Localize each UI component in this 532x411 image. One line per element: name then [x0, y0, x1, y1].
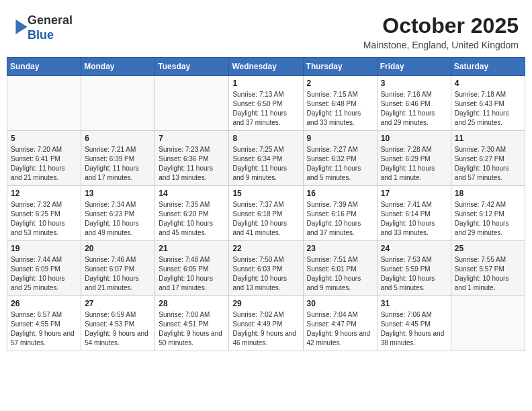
day-info: Sunrise: 7:39 AMSunset: 6:16 PMDaylight:… — [307, 200, 373, 238]
day-number: 13 — [85, 189, 151, 198]
day-info: Sunrise: 7:16 AMSunset: 6:46 PMDaylight:… — [381, 90, 447, 128]
day-info: Sunrise: 7:30 AMSunset: 6:27 PMDaylight:… — [455, 145, 521, 183]
day-number: 11 — [455, 134, 521, 143]
calendar-cell: 7Sunrise: 7:23 AMSunset: 6:36 PMDaylight… — [155, 131, 229, 186]
calendar-cell: 14Sunrise: 7:35 AMSunset: 6:20 PMDayligh… — [155, 186, 229, 241]
calendar-cell: 31Sunrise: 7:06 AMSunset: 4:45 PMDayligh… — [377, 296, 451, 351]
day-number: 21 — [159, 244, 225, 253]
day-number: 25 — [455, 244, 521, 253]
day-number: 3 — [381, 79, 447, 88]
calendar-cell: 27Sunrise: 6:59 AMSunset: 4:53 PMDayligh… — [81, 296, 155, 351]
title-area: October 2025 Mainstone, England, United … — [363, 13, 519, 50]
calendar-cell — [155, 76, 229, 131]
day-number: 9 — [307, 134, 373, 143]
calendar-cell: 18Sunrise: 7:42 AMSunset: 6:12 PMDayligh… — [451, 186, 525, 241]
logo-general: General — [28, 13, 73, 27]
day-number: 17 — [381, 189, 447, 198]
weekday-header-thursday: Thursday — [303, 58, 377, 76]
day-number: 24 — [381, 244, 447, 253]
day-info: Sunrise: 7:18 AMSunset: 6:43 PMDaylight:… — [455, 90, 521, 128]
svg-marker-0 — [15, 19, 27, 34]
calendar-cell: 13Sunrise: 7:34 AMSunset: 6:23 PMDayligh… — [81, 186, 155, 241]
day-info: Sunrise: 7:00 AMSunset: 4:51 PMDaylight:… — [159, 310, 225, 348]
logo-icon — [15, 19, 28, 34]
week-row-4: 19Sunrise: 7:44 AMSunset: 6:09 PMDayligh… — [7, 241, 525, 296]
calendar-cell — [451, 296, 525, 351]
calendar-cell: 20Sunrise: 7:46 AMSunset: 6:07 PMDayligh… — [81, 241, 155, 296]
calendar-cell: 22Sunrise: 7:50 AMSunset: 6:03 PMDayligh… — [229, 241, 303, 296]
calendar-cell: 11Sunrise: 7:30 AMSunset: 6:27 PMDayligh… — [451, 131, 525, 186]
day-number: 4 — [455, 79, 521, 88]
day-info: Sunrise: 7:13 AMSunset: 6:50 PMDaylight:… — [232, 90, 299, 128]
logo: General Blue — [13, 13, 73, 42]
month-title: October 2025 — [363, 13, 519, 38]
calendar-cell: 29Sunrise: 7:02 AMSunset: 4:49 PMDayligh… — [229, 296, 303, 351]
week-row-5: 26Sunrise: 6:57 AMSunset: 4:55 PMDayligh… — [7, 296, 525, 351]
logo-blue: Blue — [28, 28, 54, 42]
day-number: 28 — [159, 299, 225, 308]
calendar-cell: 8Sunrise: 7:25 AMSunset: 6:34 PMDaylight… — [229, 131, 303, 186]
weekday-header-row: SundayMondayTuesdayWednesdayThursdayFrid… — [7, 58, 525, 76]
calendar-cell: 17Sunrise: 7:41 AMSunset: 6:14 PMDayligh… — [377, 186, 451, 241]
calendar-cell: 9Sunrise: 7:27 AMSunset: 6:32 PMDaylight… — [303, 131, 377, 186]
page-header: General Blue October 2025 Mainstone, Eng… — [7, 7, 525, 54]
day-number: 7 — [159, 134, 225, 143]
day-number: 30 — [307, 299, 373, 308]
calendar-cell: 23Sunrise: 7:51 AMSunset: 6:01 PMDayligh… — [303, 241, 377, 296]
day-number: 29 — [232, 299, 299, 308]
weekday-header-saturday: Saturday — [451, 58, 525, 76]
weekday-header-monday: Monday — [81, 58, 155, 76]
day-number: 26 — [11, 299, 77, 308]
weekday-header-wednesday: Wednesday — [229, 58, 303, 76]
day-info: Sunrise: 7:55 AMSunset: 5:57 PMDaylight:… — [455, 255, 521, 293]
day-info: Sunrise: 7:15 AMSunset: 6:48 PMDaylight:… — [307, 90, 373, 128]
calendar-cell: 26Sunrise: 6:57 AMSunset: 4:55 PMDayligh… — [7, 296, 81, 351]
weekday-header-tuesday: Tuesday — [155, 58, 229, 76]
day-info: Sunrise: 7:50 AMSunset: 6:03 PMDaylight:… — [232, 255, 299, 293]
calendar-cell: 19Sunrise: 7:44 AMSunset: 6:09 PMDayligh… — [7, 241, 81, 296]
calendar-cell: 2Sunrise: 7:15 AMSunset: 6:48 PMDaylight… — [303, 76, 377, 131]
calendar-cell: 4Sunrise: 7:18 AMSunset: 6:43 PMDaylight… — [451, 76, 525, 131]
day-info: Sunrise: 7:35 AMSunset: 6:20 PMDaylight:… — [159, 200, 225, 238]
day-info: Sunrise: 7:41 AMSunset: 6:14 PMDaylight:… — [381, 200, 447, 238]
day-number: 19 — [11, 244, 77, 253]
day-number: 2 — [307, 79, 373, 88]
day-info: Sunrise: 7:21 AMSunset: 6:39 PMDaylight:… — [85, 145, 151, 183]
day-info: Sunrise: 7:28 AMSunset: 6:29 PMDaylight:… — [381, 145, 447, 183]
day-info: Sunrise: 7:23 AMSunset: 6:36 PMDaylight:… — [159, 145, 225, 183]
day-number: 5 — [11, 134, 77, 143]
day-info: Sunrise: 7:37 AMSunset: 6:18 PMDaylight:… — [232, 200, 299, 238]
weekday-header-sunday: Sunday — [7, 58, 81, 76]
day-info: Sunrise: 7:06 AMSunset: 4:45 PMDaylight:… — [381, 310, 447, 348]
week-row-3: 12Sunrise: 7:32 AMSunset: 6:25 PMDayligh… — [7, 186, 525, 241]
week-row-1: 1Sunrise: 7:13 AMSunset: 6:50 PMDaylight… — [7, 76, 525, 131]
day-number: 12 — [11, 189, 77, 198]
day-info: Sunrise: 7:20 AMSunset: 6:41 PMDaylight:… — [11, 145, 77, 183]
day-info: Sunrise: 7:51 AMSunset: 6:01 PMDaylight:… — [307, 255, 373, 293]
day-info: Sunrise: 7:04 AMSunset: 4:47 PMDaylight:… — [307, 310, 373, 348]
day-number: 1 — [232, 79, 299, 88]
location: Mainstone, England, United Kingdom — [363, 40, 519, 50]
day-info: Sunrise: 7:02 AMSunset: 4:49 PMDaylight:… — [232, 310, 299, 348]
day-info: Sunrise: 6:57 AMSunset: 4:55 PMDaylight:… — [11, 310, 77, 348]
calendar-cell — [81, 76, 155, 131]
calendar-cell — [7, 76, 81, 131]
day-info: Sunrise: 7:34 AMSunset: 6:23 PMDaylight:… — [85, 200, 151, 238]
calendar-cell: 25Sunrise: 7:55 AMSunset: 5:57 PMDayligh… — [451, 241, 525, 296]
weekday-header-friday: Friday — [377, 58, 451, 76]
day-info: Sunrise: 7:42 AMSunset: 6:12 PMDaylight:… — [455, 200, 521, 238]
day-number: 16 — [307, 189, 373, 198]
day-number: 6 — [85, 134, 151, 143]
day-number: 20 — [85, 244, 151, 253]
calendar-cell: 30Sunrise: 7:04 AMSunset: 4:47 PMDayligh… — [303, 296, 377, 351]
day-info: Sunrise: 7:53 AMSunset: 5:59 PMDaylight:… — [381, 255, 447, 293]
calendar-cell: 28Sunrise: 7:00 AMSunset: 4:51 PMDayligh… — [155, 296, 229, 351]
calendar-cell: 6Sunrise: 7:21 AMSunset: 6:39 PMDaylight… — [81, 131, 155, 186]
calendar-cell: 5Sunrise: 7:20 AMSunset: 6:41 PMDaylight… — [7, 131, 81, 186]
calendar-cell: 16Sunrise: 7:39 AMSunset: 6:16 PMDayligh… — [303, 186, 377, 241]
calendar-table: SundayMondayTuesdayWednesdayThursdayFrid… — [7, 57, 525, 351]
day-number: 8 — [232, 134, 299, 143]
day-number: 27 — [85, 299, 151, 308]
calendar-cell: 1Sunrise: 7:13 AMSunset: 6:50 PMDaylight… — [229, 76, 303, 131]
day-number: 14 — [159, 189, 225, 198]
